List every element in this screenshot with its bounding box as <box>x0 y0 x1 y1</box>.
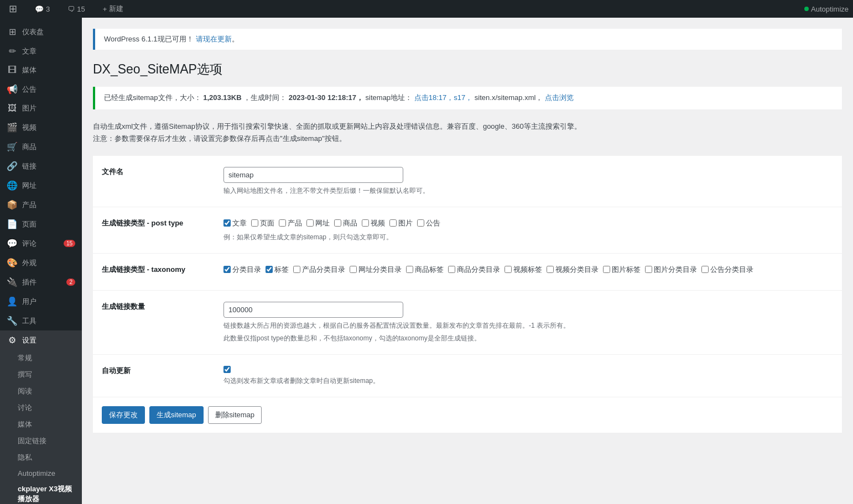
tax-shop-cat-label[interactable]: 商品分类目录 <box>457 265 500 275</box>
tax-shop-cat-checkbox[interactable] <box>448 266 455 273</box>
sidebar-item-plugins[interactable]: 🔌 插件 2 <box>0 272 82 292</box>
submenu-writing[interactable]: 撰写 <box>0 366 82 383</box>
sitemap-link2[interactable]: 点击浏览 <box>545 93 574 102</box>
tax-video-tag-label[interactable]: 视频标签 <box>513 265 542 275</box>
sidebar-item-media[interactable]: 🎞 媒体 <box>0 61 82 80</box>
tax-address-cat-checkbox[interactable] <box>350 266 357 273</box>
posts-icon: ✏ <box>7 46 18 56</box>
tax-category-label[interactable]: 分类目录 <box>232 265 261 275</box>
tax-image-cat-checkbox[interactable] <box>645 266 652 273</box>
sidebar-item-tools[interactable]: 🔧 工具 <box>0 311 82 330</box>
wp-logo[interactable]: ⊞ <box>4 0 22 18</box>
tax-shop-tag-checkbox[interactable] <box>406 266 413 273</box>
status-dot <box>804 7 809 11</box>
tax-shop-tag-label[interactable]: 商品标签 <box>415 265 444 275</box>
products-icon: 📦 <box>7 200 18 210</box>
count-label: 生成链接数量 <box>93 290 215 354</box>
submenu-permalink[interactable]: 固定链接 <box>0 433 82 449</box>
posttype-product-checkbox[interactable] <box>279 219 286 227</box>
posttype-image-label[interactable]: 图片 <box>398 218 413 228</box>
tax-tag-label[interactable]: 标签 <box>274 265 289 275</box>
posttype-video-checkbox[interactable] <box>362 219 369 227</box>
submenu-general[interactable]: 常规 <box>0 350 82 366</box>
submenu-privacy[interactable]: 隐私 <box>0 449 82 466</box>
tax-product-cat-checkbox[interactable] <box>293 266 300 273</box>
autoupdate-checkbox[interactable] <box>223 366 231 373</box>
plus-icon: + <box>103 5 107 13</box>
tax-image-cat-label[interactable]: 图片分类目录 <box>654 265 697 275</box>
posttype-checkboxes: 文章 页面 产品 网址 <box>223 218 833 228</box>
tax-image-tag-label[interactable]: 图片标签 <box>612 265 641 275</box>
posttype-image-checkbox[interactable] <box>389 219 397 227</box>
sidebar-item-address[interactable]: 🌐 网址 <box>0 176 82 195</box>
sidebar-item-video[interactable]: 🎬 视频 <box>0 118 82 137</box>
sidebar-item-images[interactable]: 🖼 图片 <box>0 99 82 118</box>
comments-count[interactable]: 💬 3 <box>30 0 54 18</box>
submenu-ckplayer[interactable]: ckplayer X3视频播放器 <box>0 481 82 504</box>
button-group: 保存更改 生成sitemap 删除sitemap <box>102 406 833 424</box>
tax-ad-cat-label[interactable]: 公告分类目录 <box>710 265 753 275</box>
count-hint1: 链接数越大所占用的资源也越大，根据自己的服务器配置情况设置数量。最新发布的文章首… <box>223 321 833 330</box>
plugins-icon: 🔌 <box>7 277 18 287</box>
tax-video-tag-checkbox[interactable] <box>504 266 512 273</box>
posttype-article-checkbox[interactable] <box>223 219 231 227</box>
sitemap-link1[interactable]: 点击18:17，s17， <box>414 93 473 102</box>
posttype-product-label[interactable]: 产品 <box>288 218 302 228</box>
sidebar-item-dashboard[interactable]: ⊞ 仪表盘 <box>0 22 82 41</box>
posttype-address-label[interactable]: 网址 <box>315 218 330 228</box>
tax-image-tag-checkbox[interactable] <box>603 266 610 273</box>
generate-button[interactable]: 生成sitemap <box>149 406 204 424</box>
posttype-article-label[interactable]: 文章 <box>232 218 247 228</box>
submenu-discussion[interactable]: 讨论 <box>0 400 82 416</box>
admin-bar: ⊞ 💬 3 🗨 15 + 新建 Autoptimize <box>0 0 853 18</box>
posttype-shop-label[interactable]: 商品 <box>343 218 357 228</box>
sidebar-item-posts[interactable]: ✏ 文章 <box>0 41 82 61</box>
sidebar-item-appearance[interactable]: 🎨 外观 <box>0 253 82 272</box>
plugins-badge: 2 <box>66 279 75 286</box>
posttype-page-label[interactable]: 页面 <box>260 218 274 228</box>
posttype-address: 网址 <box>306 218 330 228</box>
sidebar-item-comments[interactable]: 💬 评论 15 <box>0 234 82 253</box>
page-title: DX_Seo_SiteMAP选项 <box>93 61 842 78</box>
sidebar-item-ads[interactable]: 📢 公告 <box>0 80 82 99</box>
posttype-label: 生成链接类型 - post type <box>93 207 215 253</box>
tax-category-checkbox[interactable] <box>223 266 231 273</box>
submenu-reading[interactable]: 阅读 <box>0 383 82 400</box>
tax-product-cat-label[interactable]: 产品分类目录 <box>302 265 345 275</box>
sidebar-item-users[interactable]: 👤 用户 <box>0 292 82 311</box>
sidebar-item-shop[interactable]: 🛒 商品 <box>0 137 82 156</box>
tax-tag-checkbox[interactable] <box>266 266 273 273</box>
posttype-image: 图片 <box>389 218 413 228</box>
count-input[interactable] <box>223 302 403 318</box>
tax-shop-cat: 商品分类目录 <box>448 265 500 275</box>
posttype-article: 文章 <box>223 218 247 228</box>
tax-video-cat-checkbox[interactable] <box>547 266 554 273</box>
tax-category: 分类目录 <box>223 265 261 275</box>
posttype-address-checkbox[interactable] <box>306 219 314 227</box>
tax-address-cat-label[interactable]: 网址分类目录 <box>358 265 402 275</box>
tax-video-cat-label[interactable]: 视频分类目录 <box>555 265 599 275</box>
messages-count[interactable]: 🗨 15 <box>63 0 89 18</box>
sidebar-item-pages[interactable]: 📄 页面 <box>0 214 82 234</box>
settings-form: 文件名 输入网站地图文件名，注意不带文件类型后缀！一般保留默认名即可。 生成链接… <box>93 156 842 397</box>
update-link[interactable]: 请现在更新 <box>196 34 232 44</box>
tax-ad-cat-checkbox[interactable] <box>701 266 709 273</box>
posttype-video-label[interactable]: 视频 <box>371 218 385 228</box>
sidebar-item-links[interactable]: 🔗 链接 <box>0 156 82 176</box>
posttype-ad-checkbox[interactable] <box>417 219 424 227</box>
submenu-autoptimize[interactable]: Autoptimize <box>0 466 82 481</box>
comments-icon: 💬 <box>7 238 18 249</box>
sidebar-item-settings[interactable]: ⚙ 设置 <box>0 330 82 350</box>
save-button[interactable]: 保存更改 <box>102 406 145 424</box>
submenu-media[interactable]: 媒体 <box>0 416 82 433</box>
delete-button[interactable]: 删除sitemap <box>208 406 262 424</box>
video-icon: 🎬 <box>7 122 18 133</box>
sidebar-item-products[interactable]: 📦 产品 <box>0 195 82 214</box>
posttype-shop-checkbox[interactable] <box>334 219 341 227</box>
posttype-ad-label[interactable]: 公告 <box>426 218 440 228</box>
taxonomy-checkboxes: 分类目录 标签 产品分类目录 <box>223 265 833 275</box>
filename-input[interactable] <box>223 167 403 183</box>
taxonomy-label: 生成链接类型 - taxonomy <box>93 253 215 290</box>
new-item[interactable]: + 新建 <box>98 0 128 18</box>
posttype-page-checkbox[interactable] <box>251 219 258 227</box>
